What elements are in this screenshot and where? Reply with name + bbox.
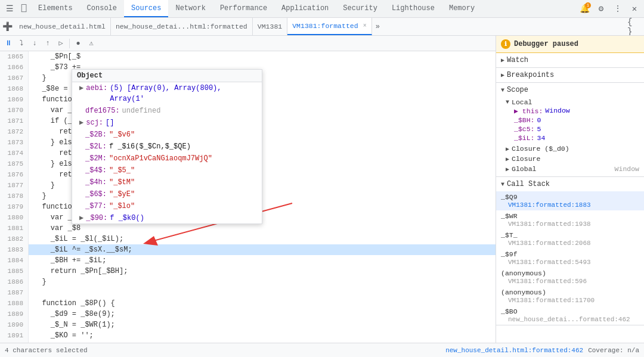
- breakpoints-section-header[interactable]: ▶ Breakpoints: [496, 68, 644, 82]
- debugger-status-text: Debugger paused: [514, 40, 578, 48]
- line-content: [29, 287, 33, 298]
- popup-val: "_$tM": [109, 177, 135, 188]
- watch-label: Watch: [507, 56, 528, 64]
- callstack-item-0[interactable]: _$Q9VM1381:formatted:1883: [496, 191, 644, 210]
- top-tab-application[interactable]: Application: [274, 0, 336, 17]
- code-line-1887[interactable]: 1887: [0, 287, 496, 298]
- status-location[interactable]: new_house_detail.html:formatted:462: [445, 347, 583, 354]
- popup-row[interactable]: _$4$: "_$5_": [72, 164, 262, 176]
- line-number: 1891: [0, 330, 29, 341]
- popup-row[interactable]: _$6$: "_$yE": [72, 188, 262, 200]
- code-line-1884[interactable]: 1884 _$BH += _$iL;: [0, 255, 496, 266]
- line-number: 1886: [0, 277, 29, 287]
- code-line-1886[interactable]: 1886 }: [0, 277, 496, 287]
- popup-row[interactable]: ▶aebi: (5) [Array(0), Array(800), Array(…: [72, 82, 262, 105]
- line-number: 1883: [0, 244, 29, 255]
- notifications-icon[interactable]: 🔔 1: [577, 2, 592, 16]
- scope-bh-val: 0: [537, 116, 541, 124]
- popup-expand-icon[interactable]: ▶: [79, 117, 83, 128]
- pause-resume-btn[interactable]: ⏸: [2, 38, 14, 49]
- callstack-item-1[interactable]: _$WRVM1381:formatted:1938: [496, 210, 644, 229]
- scope-closure-d0-group: ▶ Closure ($_d0): [506, 144, 639, 154]
- popup-row[interactable]: _$77: "_$lo": [72, 200, 262, 212]
- code-line-1892[interactable]: 1892 var _$iL = _$WR(3);: [0, 341, 496, 343]
- file-tab-new-house-detail-html[interactable]: new_house_detail.html: [14, 18, 111, 35]
- code-line-1883[interactable]: 1883 _$iL ^= _$sX.__$sM;: [0, 244, 496, 255]
- popup-val: f _$k0(): [110, 213, 144, 223]
- callstack-loc: VM1381:formatted:11700: [501, 297, 595, 304]
- popup-row[interactable]: ▶scj: []: [72, 117, 262, 129]
- line-number: 1869: [0, 94, 29, 105]
- top-tab-security[interactable]: Security: [336, 0, 385, 17]
- popup-expand-icon[interactable]: ▶: [79, 83, 83, 94]
- settings-icon[interactable]: ⚙: [594, 2, 608, 16]
- popup-row[interactable]: _$2B: "_$v6": [72, 129, 262, 141]
- device-toggle-icon[interactable]: ⎕: [17, 2, 31, 16]
- new-file-icon[interactable]: ➕: [0, 20, 14, 34]
- scope-closure-header[interactable]: ▶ Closure: [506, 155, 639, 163]
- file-tab-vm1381-formatted[interactable]: VM1381:formatted×: [287, 18, 371, 35]
- popup-row[interactable]: ▶_$90: f _$k0(): [72, 212, 262, 224]
- watch-section-header[interactable]: ▶ Watch: [496, 53, 644, 67]
- callstack-loc: VM1381:formatted:2068: [501, 240, 591, 247]
- code-line-1881[interactable]: 1881 var _$8: [0, 223, 496, 234]
- line-content: } else: [29, 137, 76, 148]
- scope-closure-d0-header[interactable]: ▶ Closure ($_d0): [506, 145, 639, 153]
- callstack-item-2[interactable]: _$T_VM1381:formatted:2068: [496, 229, 644, 249]
- callstack-fn: (anonymous): [501, 269, 546, 277]
- top-tab-network[interactable]: Network: [168, 0, 212, 17]
- top-tab-performance[interactable]: Performance: [213, 0, 274, 17]
- popup-expand-icon[interactable]: ▶: [79, 213, 83, 223]
- scope-section-header[interactable]: ▼ Scope: [496, 83, 644, 97]
- top-tab-elements[interactable]: Elements: [31, 0, 80, 17]
- code-line-1885[interactable]: 1885 return _$Pn[_$BH];: [0, 266, 496, 277]
- top-tab-lighthouse[interactable]: Lighthouse: [385, 0, 442, 17]
- step-btn[interactable]: ▷: [55, 38, 67, 49]
- popup-val: "ocnXaP1vCaNGiaoqmJ7WjQ": [109, 153, 212, 164]
- code-line-1865[interactable]: 1865 _$Pn[_$: [0, 51, 496, 62]
- popup-row[interactable]: _$4h: "_$tM": [72, 176, 262, 188]
- callstack-item-6[interactable]: _$BOnew_house_detai...formatted:462: [496, 306, 644, 325]
- callstack-item-5[interactable]: (anonymous)VM1381:formatted:11700: [496, 287, 644, 306]
- line-number: 1867: [0, 73, 29, 83]
- popup-key: _$2L:: [85, 141, 107, 152]
- close-tab-icon[interactable]: ×: [363, 23, 367, 29]
- line-number: 1874: [0, 148, 29, 159]
- scope-local-header[interactable]: ▼ Local: [506, 98, 639, 106]
- status-coverage: Coverage: n/a: [588, 347, 639, 354]
- scope-this-item: ▶ this: Window: [514, 106, 639, 116]
- callstack-item-3[interactable]: _$9fVM1381:formatted:5493: [496, 249, 644, 268]
- code-line-1889[interactable]: 1889 _$d9 = _$8e(9);: [0, 309, 496, 319]
- popup-row[interactable]: _$2L: f _$i6($_$Cn,$_$QE): [72, 141, 262, 153]
- step-out-btn[interactable]: ↑: [42, 38, 54, 49]
- line-content: var _$8: [29, 223, 80, 234]
- more-options-icon[interactable]: ⋮: [611, 2, 625, 16]
- file-tab-vm1381[interactable]: VM1381: [253, 18, 287, 35]
- top-tab-console[interactable]: Console: [80, 0, 124, 17]
- file-tab-new-house-detai---html-formatted[interactable]: new_house_detai...html:formatted: [111, 18, 253, 35]
- deactivate-breakpoints-btn[interactable]: ●: [72, 38, 84, 49]
- line-number: 1890: [0, 319, 29, 330]
- step-into-btn[interactable]: ↓: [29, 38, 41, 49]
- pause-on-exceptions-btn[interactable]: ⚠: [85, 38, 97, 49]
- code-area[interactable]: 1865 _$Pn[_$1866 _$73 +=1867 }1868 _$8e …: [0, 51, 496, 343]
- scope-il-item: _$iL: 34: [514, 134, 639, 142]
- close-devtools-icon[interactable]: ✕: [627, 2, 642, 16]
- line-number: 1875: [0, 159, 29, 169]
- callstack-item-4[interactable]: (anonymous)VM1381:formatted:596: [496, 268, 644, 287]
- top-tab-memory[interactable]: Memory: [442, 0, 482, 17]
- step-over-btn[interactable]: ⤵: [16, 38, 27, 49]
- scope-global-header[interactable]: ▶ Global Window: [506, 165, 639, 173]
- format-code-icon[interactable]: { }: [627, 20, 642, 34]
- code-line-1890[interactable]: 1890 _$_N = _$WR(1);: [0, 319, 496, 330]
- code-line-1882[interactable]: 1882 _$iL = _$l(_$iL);: [0, 234, 496, 244]
- top-tab-sources[interactable]: Sources: [124, 0, 168, 17]
- more-tabs-icon[interactable]: »: [372, 23, 383, 31]
- devtools-icon[interactable]: ☰: [2, 2, 17, 16]
- code-line-1891[interactable]: 1891 _$KO = '';: [0, 330, 496, 341]
- code-line-1888[interactable]: 1888 function _$8P() {: [0, 298, 496, 309]
- callstack-section-header[interactable]: ▼ Call Stack: [496, 177, 644, 191]
- popup-row[interactable]: dfe1675: undefined: [72, 105, 262, 117]
- object-popup[interactable]: Object▶aebi: (5) [Array(0), Array(800), …: [72, 69, 262, 224]
- popup-row[interactable]: _$2M: "ocnXaP1vCaNGiaoqmJ7WjQ": [72, 153, 262, 164]
